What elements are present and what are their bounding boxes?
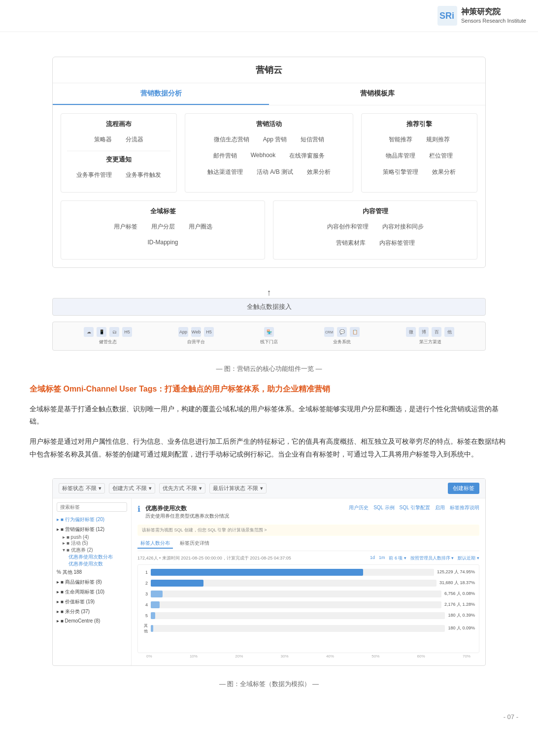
mc-item-item-mgmt[interactable]: 物品库管理 — [382, 150, 419, 162]
ctrl-top6[interactable]: 前 6 项 ▾ — [389, 555, 406, 561]
mc-global-tags-title: 全域标签 — [67, 207, 259, 216]
axis-0: 0% — [146, 654, 152, 658]
sidebar-item-goods-pref[interactable]: ▸ ■ 商品偏好标签 (8) — [57, 577, 127, 587]
tp-label-third: 第三方渠道 — [419, 339, 441, 345]
ctrl-default[interactable]: 默认近期 ▾ — [458, 555, 479, 561]
mc-item-ab[interactable]: 活动 A/B 测试 — [253, 166, 297, 178]
sidebar-item-marketing-pref[interactable]: ▸ ■ 营销偏好标签 (12) — [57, 525, 127, 534]
filter-value-create: 不限 — [136, 485, 147, 492]
ctrl-1d[interactable]: 1d — [370, 555, 375, 561]
sidebar-item-behavior-pref[interactable]: ▸ ■ 行为偏好标签 (20) — [57, 515, 127, 525]
tag-main: ▸ ■ 行为偏好标签 (20) ▸ ■ 营销偏好标签 (12) ▸ ■ push… — [53, 498, 485, 665]
create-tag-button[interactable]: 创建标签 — [448, 483, 479, 494]
marketing-cloud-box: 营销云 营销数据分析 营销模板库 流程画布 策略器 分流器 变更通知 — [52, 57, 486, 268]
touchpoint-icons-bar: ☁ 📱 🗂 H5 健管生态 App Web H5 自营平台 🏪 线下门店 CRM — [52, 322, 486, 351]
tab-template-library[interactable]: 营销模板库 — [269, 83, 485, 105]
tab-data-analysis[interactable]: 营销数据分析 — [53, 83, 269, 105]
mc-item-user-tag[interactable]: 用户标签 — [110, 221, 141, 233]
op-user-history[interactable]: 用户历史 — [349, 504, 369, 511]
ctrl-sort[interactable]: 按照管理员人数排序 ▾ — [410, 555, 454, 561]
axis-labels: 0% 10% 20% 30% 40% 50% 60% 70% — [137, 653, 479, 659]
mc-item-wechat[interactable]: 微信生态营销 — [210, 133, 253, 146]
bar-row-4: 4 2,176 人 1.28% — [142, 601, 475, 608]
mc-item-user-layer[interactable]: 用户分层 — [147, 221, 179, 233]
mc-subsection-flow: 流程画布 策略器 分流器 — [67, 120, 170, 146]
mc-tags-row-1: 用户标签 用户分层 用户圈选 — [67, 221, 259, 233]
mc-item-user-circle[interactable]: 用户圈选 — [185, 221, 216, 233]
mc-item-content-tag[interactable]: 内容标签管理 — [375, 237, 419, 249]
mc-item-popup[interactable]: 在线弹窗服务 — [285, 150, 329, 162]
mc-item-smart-recommend[interactable]: 智能推荐 — [385, 133, 416, 146]
mc-content-row-1: 内容创作和管理 内容对接和同步 — [279, 221, 471, 233]
filter-priority[interactable]: 优先方式 不限 ▾ — [159, 483, 205, 493]
bar-label-1: 1 — [142, 570, 148, 575]
filter-create-method[interactable]: 创建方式 不限 ▾ — [109, 483, 155, 493]
mc-item-webhook[interactable]: Webhook — [247, 150, 279, 162]
mc-item-effect[interactable]: 效果分析 — [303, 166, 335, 178]
sidebar-item-lifecycle[interactable]: ▸ ■ 生命周期标签 (10) — [57, 587, 127, 597]
bar-track-4 — [151, 601, 441, 608]
op-sql-engine[interactable]: SQL 引擎配置 — [400, 504, 430, 511]
sidebar-sub-coupon-count[interactable]: 优惠券使用次数 — [57, 560, 127, 567]
mc-item-slot-mgmt[interactable]: 栏位管理 — [425, 150, 457, 162]
mc-item-policy[interactable]: 策略器 — [90, 133, 116, 146]
sidebar-sub-coupon-dist[interactable]: 优惠券使用次数分布 — [57, 554, 127, 560]
tab-tag-history[interactable]: 标签历史详情 — [177, 539, 212, 549]
mc-item-biz-event-trigger[interactable]: 业务事件触发 — [122, 169, 165, 181]
ctrl-1m[interactable]: 1m — [379, 555, 385, 561]
tab-tag-dist[interactable]: 标签人数分布 — [137, 539, 173, 549]
section-heading: 全域标签 Omni-Channel User Tags：打通全触点的用户标签体系… — [30, 383, 508, 395]
mc-item-biz-event-mgmt[interactable]: 业务事件管理 — [72, 169, 116, 181]
para-2: 用户标签是通过对用户属性信息、行为信息、业务信息进行加工后所产生的特征标记，它的… — [30, 435, 508, 460]
sidebar-item-democentre[interactable]: ▸ ■ DemoCentre (8) — [57, 617, 127, 625]
mc-notify-title: 变更通知 — [67, 155, 170, 164]
tp-icon-order: 📋 — [350, 327, 360, 337]
filter-value-priority: 不限 — [186, 485, 197, 492]
tp-label-offline: 线下门店 — [260, 339, 278, 345]
filter-calc-status[interactable]: 最后计算状态 不限 ▾ — [209, 483, 267, 493]
tag-search-input[interactable] — [57, 502, 127, 512]
filter-arrow-status: ▾ — [99, 485, 101, 492]
op-tag-recommend[interactable]: 标签推荐说明 — [450, 504, 479, 511]
sidebar-item-value[interactable]: ▸ ■ 价值标签 (19) — [57, 597, 127, 607]
bar-fill-3 — [151, 591, 163, 597]
mc-item-content-create[interactable]: 内容创作和管理 — [323, 221, 372, 233]
tp-icon-h5-self: H5 — [204, 327, 214, 337]
tp-icon-row-self: App Web H5 — [178, 327, 214, 337]
touchpoint-label: 全触点数据接入 — [52, 298, 486, 316]
mc-item-effect-analysis[interactable]: 效果分析 — [428, 166, 460, 178]
mc-item-email[interactable]: 邮件营销 — [209, 150, 241, 162]
sidebar-sub-coupon[interactable]: ▾ ■ 优惠券 (2) — [57, 547, 127, 554]
mc-item-content-material[interactable]: 营销素材库 — [332, 237, 370, 249]
bar-label-3: 3 — [142, 592, 148, 596]
bar-track-other — [151, 625, 445, 632]
sidebar-sub-push[interactable]: ▸ ■ push (4) — [57, 534, 127, 540]
tp-icon-service: 💬 — [337, 327, 347, 337]
sidebar-sub-activity[interactable]: ▸ ■ 活动 (5) — [57, 540, 127, 547]
mc-recommend-row-3: 策略引擎管理 效果分析 — [368, 166, 471, 178]
bar-val-4: 2,176 人 1.28% — [444, 601, 475, 608]
axis-40: 40% — [326, 654, 334, 658]
axis-60: 60% — [417, 654, 425, 658]
tp-label-self: 自营平台 — [187, 339, 205, 345]
mc-flow-row: 策略器 分流器 — [67, 133, 170, 146]
tp-icon-crm: CRM — [324, 327, 334, 337]
mc-item-sms[interactable]: 短信营销 — [297, 133, 328, 146]
op-enable[interactable]: 启用 — [435, 504, 445, 511]
filter-label-priority: 优先方式 — [163, 485, 184, 492]
op-sql-example[interactable]: SQL 示例 — [373, 504, 394, 511]
mc-item-strategy-mgmt[interactable]: 策略引擎管理 — [379, 166, 422, 178]
mc-item-splitter[interactable]: 分流器 — [122, 133, 147, 146]
tp-icon-row-health: ☁ 📱 🗂 H5 — [84, 327, 132, 337]
mc-item-rule-recommend[interactable]: 规则推荐 — [422, 133, 454, 146]
mc-content-mgmt-title: 内容管理 — [279, 207, 471, 216]
mc-item-channel[interactable]: 触达渠道管理 — [203, 166, 247, 178]
filter-tag-status[interactable]: 标签状态 不限 ▾ — [59, 483, 105, 493]
mc-tags-row-2: ID-Mapping — [67, 237, 259, 248]
tag-tabs-row: 标签人数分布 标签历史详情 — [137, 539, 479, 551]
mc-item-id-mapping[interactable]: ID-Mapping — [143, 237, 182, 248]
sidebar-item-unclassified[interactable]: ▸ ■ 来分类 (37) — [57, 607, 127, 617]
sidebar-item-other[interactable]: % 其他 188 — [57, 567, 127, 577]
mc-item-app[interactable]: App 营销 — [259, 133, 291, 146]
mc-item-content-sync[interactable]: 内容对接和同步 — [378, 221, 428, 233]
